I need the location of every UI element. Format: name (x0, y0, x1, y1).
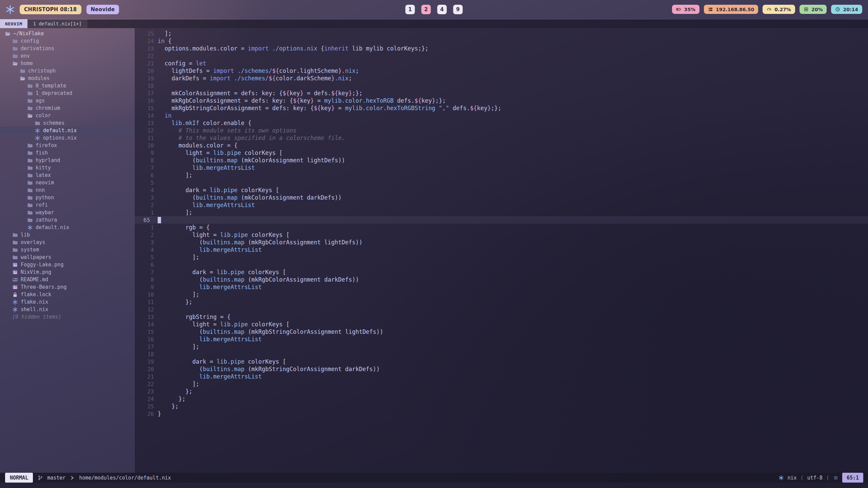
code-line[interactable]: 11 # to the values specified in a colors… (135, 134, 868, 142)
code-line[interactable]: 16 lib.mergeAttrsList (135, 336, 868, 343)
tree-item-foggy-lake-png[interactable]: Foggy-Lake.png (0, 261, 134, 268)
tree-item-9-hidden-items[interactable]: (9 hidden items) (0, 313, 134, 321)
code-line[interactable]: 20 (builtins.map (mkRgbStringColorAssign… (135, 365, 868, 373)
tree-item-config[interactable]: config (0, 37, 134, 45)
code-line[interactable]: 15 (builtins.map (mkRgbStringColorAssign… (135, 328, 868, 336)
code-line[interactable]: 19 dark = lib.pipe colorKeys [ (135, 358, 868, 365)
code-line[interactable]: 22 (135, 52, 868, 60)
code-line[interactable]: 9 lib.mergeAttrsList (135, 283, 868, 291)
code-line[interactable]: 12 (135, 306, 868, 313)
tree-item-chromium[interactable]: chromium (0, 104, 134, 112)
code-line[interactable]: 8 (builtins.map (mkRgbColorAssignment da… (135, 276, 868, 283)
code-line[interactable]: 25 }; (135, 403, 868, 410)
code-line[interactable]: 24 }; (135, 395, 868, 403)
code-line[interactable]: 20 lightDefs = import ./schemes/${color.… (135, 67, 868, 75)
code-line[interactable]: 18 (135, 82, 868, 89)
code-line[interactable]: 15 mkRgbStringColorAssignment = defs: ke… (135, 104, 868, 112)
battery-badge[interactable]: 35% (672, 5, 699, 14)
code-line[interactable]: 8 (builtins.map (mkColorAssignment light… (135, 157, 868, 164)
code-line[interactable]: 1 rgb = { (135, 224, 868, 231)
memory-badge[interactable]: 20% (800, 5, 827, 14)
code-line[interactable]: 21 lib.mergeAttrsList (135, 373, 868, 380)
tree-item-rofi[interactable]: rofi (0, 201, 134, 209)
tree-item-shell-nix[interactable]: shell.nix (0, 306, 134, 313)
tree-item-firefox[interactable]: firefox (0, 142, 134, 149)
tree-item-ags[interactable]: ags (0, 97, 134, 104)
code-line[interactable]: 11 }; (135, 298, 868, 306)
code-line[interactable]: 17 mkColorAssignment = defs: key: {${key… (135, 89, 868, 97)
tree-item-wallpapers[interactable]: wallpapers (0, 253, 134, 261)
tree-item-overlays[interactable]: overlays (0, 239, 134, 246)
tree-item-color[interactable]: color (0, 112, 134, 119)
tree-item-lib[interactable]: lib (0, 231, 134, 239)
code-line[interactable]: 23 }; (135, 388, 868, 395)
tree-item-three-bears-png[interactable]: Three-Bears.png (0, 283, 134, 291)
tree-item-neovim[interactable]: neovim (0, 179, 134, 186)
tree-item-options-nix[interactable]: options.nix (0, 134, 134, 142)
workspace-button-2[interactable]: 2 (421, 5, 431, 14)
code-area[interactable]: 25 ];24in {23 options.modules.color = im… (135, 28, 868, 473)
code-line[interactable]: 17 ]; (135, 343, 868, 350)
tree-item-derivations[interactable]: derivations (0, 45, 134, 52)
buffer-tab[interactable]: 1 default.nix[1+] (27, 19, 87, 28)
code-line[interactable]: 12 # This module sets its own options (135, 127, 868, 134)
code-line[interactable]: 21 config = let (135, 60, 868, 67)
tree-item-readme-md[interactable]: README.md (0, 276, 134, 283)
tree-item-hyprland[interactable]: hyprland (0, 157, 134, 164)
code-line[interactable]: 4 dark = lib.pipe colorKeys [ (135, 186, 868, 194)
code-line[interactable]: 16 mkRgbColorAssignment = defs: key: {${… (135, 97, 868, 104)
code-line[interactable]: 7 dark = lib.pipe colorKeys [ (135, 268, 868, 276)
code-line[interactable]: 24in { (135, 37, 868, 45)
code-line[interactable]: 9 light = lib.pipe colorKeys [ (135, 149, 868, 157)
code-line[interactable]: 13 rgbString = { (135, 313, 868, 321)
tree-item-nixflake[interactable]: ~/NixFlake (0, 30, 134, 37)
code-line[interactable]: 23 options.modules.color = import ./opti… (135, 45, 868, 52)
tree-item-flake-lock[interactable]: flake.lock (0, 291, 134, 298)
tree-item-fish[interactable]: fish (0, 149, 134, 157)
tree-item-latex[interactable]: latex (0, 171, 134, 179)
code-line[interactable]: 3 (builtins.map (mkColorAssignment darkD… (135, 194, 868, 201)
workspace-button-9[interactable]: 9 (453, 5, 463, 14)
code-line[interactable]: 14 in (135, 112, 868, 119)
clock-badge[interactable]: 20:14 (831, 5, 862, 14)
tree-item-flake-nix[interactable]: flake.nix (0, 298, 134, 306)
code-line[interactable]: 19 darkDefs = import ./schemes/${color.d… (135, 75, 868, 82)
code-line[interactable]: 13 lib.mkIf color.enable { (135, 119, 868, 127)
code-line[interactable]: 6 ]; (135, 171, 868, 179)
code-line[interactable]: 10 ]; (135, 291, 868, 298)
command-line[interactable] (0, 483, 868, 488)
workspace-button-1[interactable]: 1 (406, 5, 415, 14)
code-line[interactable]: 6 (135, 261, 868, 268)
code-line[interactable]: 1 ]; (135, 209, 868, 216)
cpu-badge[interactable]: 0.27% (763, 5, 795, 14)
tree-item-1-deprecated[interactable]: 1_deprecated (0, 89, 134, 97)
tree-item-kitty[interactable]: kitty (0, 164, 134, 171)
tree-item-schemes[interactable]: schemes (0, 119, 134, 127)
workspace-button-4[interactable]: 4 (437, 5, 447, 14)
tree-item-modules[interactable]: modules (0, 75, 134, 82)
code-line[interactable]: 22 ]; (135, 380, 868, 388)
tree-item-default-nix[interactable]: default.nix (0, 224, 134, 231)
network-badge[interactable]: 192.168.86.50 (704, 5, 758, 14)
code-line[interactable]: 2 lib.mergeAttrsList (135, 201, 868, 209)
tree-item-waybar[interactable]: waybar (0, 209, 134, 216)
code-line[interactable]: 4 lib.mergeAttrsList (135, 246, 868, 253)
code-line[interactable]: 5 (135, 179, 868, 186)
code-line[interactable]: 7 lib.mergeAttrsList (135, 164, 868, 171)
tree-item-home[interactable]: home (0, 60, 134, 67)
code-line[interactable]: 25 ]; (135, 30, 868, 37)
tree-item-nnn[interactable]: nnn (0, 186, 134, 194)
code-line[interactable]: 65 (135, 216, 868, 224)
code-line[interactable]: 14 light = lib.pipe colorKeys [ (135, 321, 868, 328)
tree-item-python[interactable]: python (0, 194, 134, 201)
tree-item-system[interactable]: system (0, 246, 134, 253)
tree-item-default-nix[interactable]: default.nix (0, 127, 134, 134)
code-line[interactable]: 2 light = lib.pipe colorKeys [ (135, 231, 868, 239)
tree-item-zathura[interactable]: zathura (0, 216, 134, 224)
code-line[interactable]: 26} (135, 410, 868, 418)
tree-item-christoph[interactable]: christoph (0, 67, 134, 75)
code-line[interactable]: 5 ]; (135, 253, 868, 261)
code-line[interactable]: 3 (builtins.map (mkRgbColorAssignment li… (135, 239, 868, 246)
tree-item-env[interactable]: env (0, 52, 134, 60)
code-line[interactable]: 18 (135, 350, 868, 358)
